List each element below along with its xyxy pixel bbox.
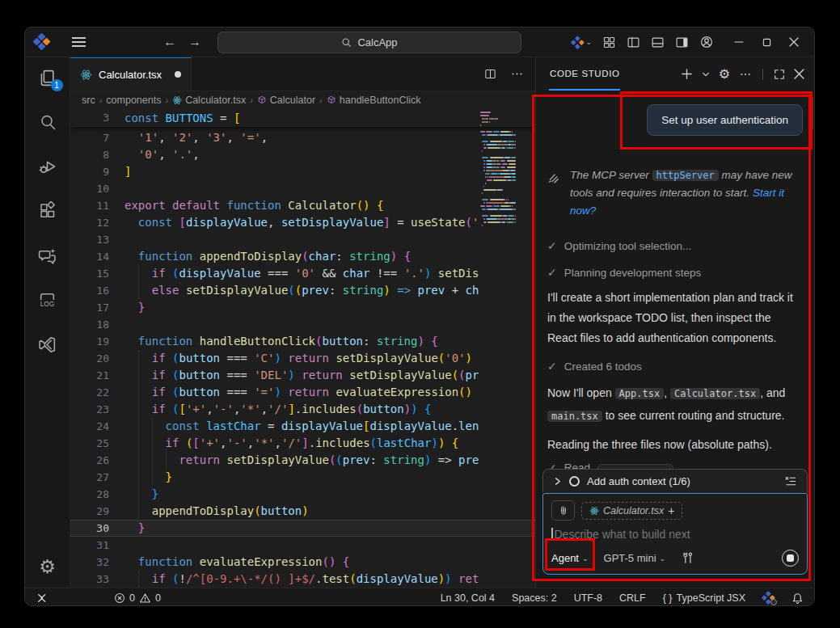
encoding[interactable]: UTF-8 <box>574 592 602 604</box>
extensions-icon[interactable] <box>37 200 58 221</box>
status-bar: 0 0 Ln 30, Col 4 Spaces: 2 UTF-8 CRLF { … <box>25 588 814 606</box>
panel-more-icon[interactable] <box>739 68 752 81</box>
code-line: 17 } <box>70 299 535 316</box>
breadcrumb-file[interactable]: Calculator.tsx <box>172 95 246 106</box>
code-line: 16 else setDisplayValue((prev: string) =… <box>70 282 535 299</box>
code-line: 29 appendToDisplay(button) <box>70 503 535 520</box>
code-editor[interactable]: 3const BUTTONS = [ 7 '1', '2', '3', '=',… <box>70 109 535 588</box>
code-line: 25 if (['+','-','*','/'].includes(lastCh… <box>70 435 535 452</box>
close-window-button[interactable] <box>780 30 808 54</box>
react-file-icon <box>589 506 599 516</box>
todo-label: Add auth context (1/6) <box>587 475 690 487</box>
toggle-panel-icon[interactable] <box>651 36 665 49</box>
code-line: 23 if (['+','-','*','/'].includes(button… <box>70 401 535 418</box>
editor-group: Calculator.tsx src› components› Calculat… <box>70 57 536 588</box>
code-line: 8 '0', '.', <box>70 146 535 163</box>
stop-button[interactable] <box>782 550 799 567</box>
chat-view-icon[interactable] <box>37 245 58 266</box>
panel-settings-gear-icon[interactable]: ⚙ <box>719 68 730 81</box>
code-line: 19 function handleButtonClick(button: st… <box>70 333 535 350</box>
chevron-right-icon[interactable] <box>553 477 562 486</box>
notifications-bell-icon[interactable] <box>791 592 804 605</box>
indentation[interactable]: Spaces: 2 <box>512 592 557 604</box>
errors-icon <box>114 592 125 604</box>
assistant-paragraph: Reading the three files now (absolute pa… <box>547 435 803 455</box>
error-count: 0 <box>129 592 135 604</box>
model-selector[interactable]: GPT-5 mini⌄ <box>604 552 666 564</box>
log-view-icon[interactable]: LOG <box>37 289 58 310</box>
warning-count: 0 <box>155 592 161 604</box>
tools-icon[interactable] <box>681 551 694 565</box>
symbol-cube-icon <box>257 95 267 105</box>
inline-code-chip: Calculator.tsx <box>670 388 760 399</box>
breadcrumb-symbol-calculator[interactable]: Calculator <box>257 95 315 106</box>
menu-icon[interactable] <box>72 35 86 49</box>
more-actions-icon[interactable] <box>510 67 524 81</box>
forward-icon[interactable]: → <box>188 35 201 49</box>
sticky-scroll-line: 3const BUTTONS = [ <box>70 109 535 127</box>
new-chat-dropdown-icon[interactable] <box>702 70 710 78</box>
app-window: ← → CalcApp ⌄ <box>24 27 815 606</box>
customize-layout-icon[interactable] <box>602 36 616 49</box>
code-line: 24 const lastChar = displayValue[display… <box>70 418 535 435</box>
remote-indicator-icon[interactable] <box>36 592 48 604</box>
maximize-panel-icon[interactable] <box>774 69 785 80</box>
panel-title[interactable]: CODE STUDIO <box>549 57 620 91</box>
attach-context-button[interactable] <box>551 500 575 521</box>
code-lines: 7 '1', '2', '3', '=',8 '0', '.',9]1011ex… <box>70 129 535 588</box>
problems-indicator[interactable]: 0 0 <box>114 592 161 604</box>
progress-step: ✓ Optimizing tool selection... <box>547 238 803 254</box>
explorer-icon[interactable]: 1 <box>37 67 58 88</box>
close-panel-icon[interactable] <box>794 69 804 79</box>
chat-input-field[interactable]: Describe what to build next <box>551 528 799 541</box>
breadcrumb-components[interactable]: components <box>106 95 161 106</box>
manage-gear-icon[interactable]: ⚙ <box>39 556 56 578</box>
check-icon: ✓ <box>547 360 557 373</box>
todo-progress-bar[interactable]: Add auth context (1/6) <box>542 469 808 493</box>
progress-step: ✓ Planning development steps <box>547 264 803 280</box>
user-message-bubble: Set up user authentication <box>647 104 803 136</box>
chevron-down-icon: ⌄ <box>582 554 589 563</box>
progress-step: ✓ Created 6 todos <box>547 358 803 374</box>
code-line: 3const BUTTONS = [ <box>70 109 535 127</box>
cursor-position[interactable]: Ln 30, Col 4 <box>441 592 495 604</box>
tab-calculator-tsx[interactable]: Calculator.tsx <box>70 57 192 91</box>
toggle-sidebar-right-icon[interactable] <box>675 36 689 49</box>
minimap[interactable] <box>479 112 517 354</box>
breadcrumb-symbol-handler[interactable]: handleButtonClick <box>327 95 421 106</box>
toggle-sidebar-left-icon[interactable] <box>627 36 640 49</box>
back-icon[interactable]: ← <box>163 35 176 49</box>
search-view-icon[interactable] <box>37 112 58 133</box>
command-center-search[interactable]: CalcApp <box>217 32 521 53</box>
new-chat-icon[interactable] <box>681 68 693 80</box>
panel-scrollbar[interactable] <box>809 97 813 129</box>
account-icon[interactable] <box>699 35 714 49</box>
eol-sequence[interactable]: CRLF <box>619 592 646 604</box>
minimize-button[interactable] <box>725 30 753 54</box>
chat-input-box[interactable]: Calculator.tsx + Describe what to build … <box>542 493 808 575</box>
split-editor-icon[interactable] <box>483 67 497 81</box>
attached-file-chip[interactable]: Calculator.tsx + <box>581 502 682 520</box>
search-icon <box>341 37 352 48</box>
vs-project-icon[interactable] <box>37 334 58 355</box>
brand-status-icon[interactable] <box>762 592 775 604</box>
language-mode[interactable]: { } TypeScript JSX <box>663 592 745 604</box>
modified-dot-icon[interactable] <box>175 71 181 78</box>
start-server-link[interactable]: Start it now? <box>570 187 784 217</box>
code-line: 20 if (button === 'C') return setDisplay… <box>70 350 535 367</box>
mcp-text: The MCP server httpServer may have new t… <box>570 166 801 220</box>
breadcrumb: src› components› Calculator.tsx› Calcula… <box>70 91 535 109</box>
maximize-button[interactable] <box>753 30 780 54</box>
add-attachment-icon[interactable]: + <box>668 504 674 517</box>
mode-selector[interactable]: Agent⌄ <box>551 552 589 564</box>
breadcrumb-src[interactable]: src <box>82 95 95 106</box>
code-line: 10 <box>70 180 535 197</box>
todo-list-icon[interactable] <box>783 474 797 488</box>
code-line: 13 <box>70 231 535 248</box>
code-line: 27 } <box>70 469 535 486</box>
mcp-notice: The MCP server httpServer may have new t… <box>547 166 803 220</box>
run-debug-icon[interactable] <box>37 156 58 177</box>
code-line: 9] <box>70 163 535 180</box>
app-menu-logo-icon[interactable]: ⌄ <box>572 36 592 48</box>
tab-title: Calculator.tsx <box>99 69 162 81</box>
